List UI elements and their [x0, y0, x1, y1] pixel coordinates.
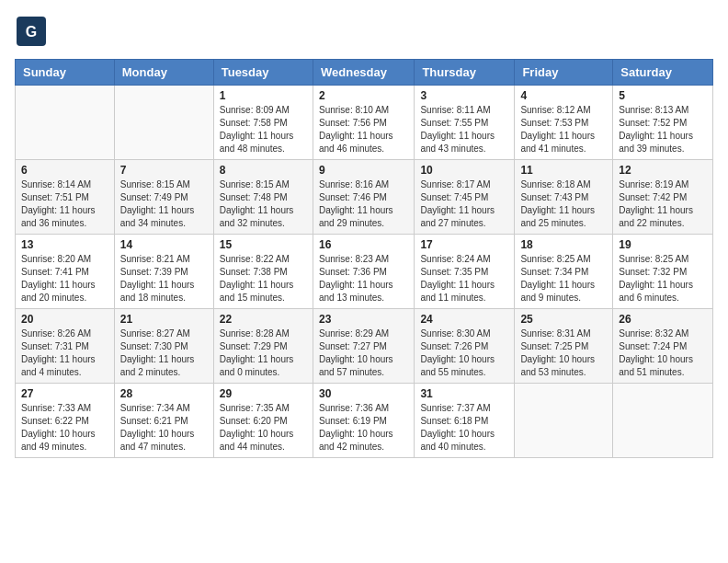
calendar-cell: 10Sunrise: 8:17 AMSunset: 7:45 PMDayligh… [415, 160, 515, 235]
calendar-cell: 20Sunrise: 8:26 AMSunset: 7:31 PMDayligh… [16, 309, 115, 384]
calendar-cell: 25Sunrise: 8:31 AMSunset: 7:25 PMDayligh… [515, 309, 613, 384]
calendar-cell: 30Sunrise: 7:36 AMSunset: 6:19 PMDayligh… [313, 384, 414, 458]
cell-info: Sunrise: 8:28 AMSunset: 7:29 PMDaylight:… [220, 327, 307, 379]
weekday-header-sunday: Sunday [16, 60, 115, 86]
calendar-cell: 5Sunrise: 8:13 AMSunset: 7:52 PMDaylight… [613, 86, 713, 160]
cell-info: Sunrise: 8:25 AMSunset: 7:32 PMDaylight:… [619, 253, 707, 304]
calendar-cell: 3Sunrise: 8:11 AMSunset: 7:55 PMDaylight… [415, 86, 515, 160]
day-number: 15 [220, 238, 307, 251]
day-number: 9 [319, 164, 408, 177]
day-number: 23 [319, 313, 408, 326]
day-number: 11 [520, 164, 607, 177]
cell-info: Sunrise: 8:21 AMSunset: 7:39 PMDaylight:… [120, 253, 208, 304]
day-number: 20 [21, 313, 108, 326]
weekday-header-friday: Friday [515, 60, 613, 86]
cell-info: Sunrise: 8:19 AMSunset: 7:42 PMDaylight:… [619, 178, 707, 230]
calendar-cell: 2Sunrise: 8:10 AMSunset: 7:56 PMDaylight… [313, 86, 414, 160]
cell-info: Sunrise: 7:35 AMSunset: 6:20 PMDaylight:… [220, 402, 307, 454]
day-number: 6 [21, 164, 108, 177]
cell-info: Sunrise: 7:36 AMSunset: 6:19 PMDaylight:… [319, 402, 408, 454]
cell-info: Sunrise: 8:30 AMSunset: 7:26 PMDaylight:… [420, 327, 508, 379]
cell-info: Sunrise: 8:09 AMSunset: 7:58 PMDaylight:… [220, 104, 307, 155]
cell-info: Sunrise: 8:23 AMSunset: 7:36 PMDaylight:… [319, 253, 408, 304]
day-number: 29 [220, 387, 307, 400]
day-number: 30 [319, 387, 408, 400]
day-number: 1 [220, 89, 307, 102]
day-number: 27 [21, 387, 108, 400]
calendar-cell: 21Sunrise: 8:27 AMSunset: 7:30 PMDayligh… [114, 309, 213, 384]
calendar-cell: 22Sunrise: 8:28 AMSunset: 7:29 PMDayligh… [213, 309, 313, 384]
cell-info: Sunrise: 7:34 AMSunset: 6:21 PMDaylight:… [120, 402, 208, 454]
day-number: 3 [420, 89, 508, 102]
logo: G [15, 15, 50, 48]
calendar-cell: 19Sunrise: 8:25 AMSunset: 7:32 PMDayligh… [613, 235, 713, 309]
calendar-cell: 15Sunrise: 8:22 AMSunset: 7:38 PMDayligh… [213, 235, 313, 309]
calendar-cell: 28Sunrise: 7:34 AMSunset: 6:21 PMDayligh… [114, 384, 213, 458]
day-number: 17 [420, 238, 508, 251]
day-number: 25 [520, 313, 607, 326]
calendar-cell: 11Sunrise: 8:18 AMSunset: 7:43 PMDayligh… [515, 160, 613, 235]
cell-info: Sunrise: 8:10 AMSunset: 7:56 PMDaylight:… [319, 104, 408, 155]
svg-text:G: G [26, 24, 37, 40]
day-number: 12 [619, 164, 707, 177]
calendar-cell: 7Sunrise: 8:15 AMSunset: 7:49 PMDaylight… [114, 160, 213, 235]
day-number: 21 [120, 313, 208, 326]
day-number: 18 [520, 238, 607, 251]
calendar-cell [114, 86, 213, 160]
cell-info: Sunrise: 7:33 AMSunset: 6:22 PMDaylight:… [21, 402, 108, 454]
calendar-cell: 29Sunrise: 7:35 AMSunset: 6:20 PMDayligh… [213, 384, 313, 458]
calendar-header: SundayMondayTuesdayWednesdayThursdayFrid… [16, 60, 713, 86]
day-number: 8 [220, 164, 307, 177]
weekday-header-wednesday: Wednesday [313, 60, 414, 86]
calendar-week-4: 20Sunrise: 8:26 AMSunset: 7:31 PMDayligh… [16, 309, 713, 384]
calendar-cell: 8Sunrise: 8:15 AMSunset: 7:48 PMDaylight… [213, 160, 313, 235]
day-number: 24 [420, 313, 508, 326]
calendar-cell: 13Sunrise: 8:20 AMSunset: 7:41 PMDayligh… [16, 235, 115, 309]
cell-info: Sunrise: 8:13 AMSunset: 7:52 PMDaylight:… [619, 104, 707, 155]
weekday-header-saturday: Saturday [613, 60, 713, 86]
calendar-week-3: 13Sunrise: 8:20 AMSunset: 7:41 PMDayligh… [16, 235, 713, 309]
calendar-cell [613, 384, 713, 458]
day-number: 14 [120, 238, 208, 251]
cell-info: Sunrise: 8:26 AMSunset: 7:31 PMDaylight:… [21, 327, 108, 379]
day-number: 4 [520, 89, 607, 102]
day-number: 2 [319, 89, 408, 102]
calendar-cell: 14Sunrise: 8:21 AMSunset: 7:39 PMDayligh… [114, 235, 213, 309]
cell-info: Sunrise: 8:27 AMSunset: 7:30 PMDaylight:… [120, 327, 208, 379]
cell-info: Sunrise: 8:16 AMSunset: 7:46 PMDaylight:… [319, 178, 408, 230]
weekday-header-thursday: Thursday [415, 60, 515, 86]
day-number: 16 [319, 238, 408, 251]
calendar-cell: 31Sunrise: 7:37 AMSunset: 6:18 PMDayligh… [415, 384, 515, 458]
cell-info: Sunrise: 8:12 AMSunset: 7:53 PMDaylight:… [520, 104, 607, 155]
calendar-week-2: 6Sunrise: 8:14 AMSunset: 7:51 PMDaylight… [16, 160, 713, 235]
day-number: 7 [120, 164, 208, 177]
calendar-cell: 27Sunrise: 7:33 AMSunset: 6:22 PMDayligh… [16, 384, 115, 458]
cell-info: Sunrise: 8:32 AMSunset: 7:24 PMDaylight:… [619, 327, 707, 379]
calendar-table: SundayMondayTuesdayWednesdayThursdayFrid… [15, 59, 713, 458]
day-number: 5 [619, 89, 707, 102]
calendar-cell [16, 86, 115, 160]
cell-info: Sunrise: 8:17 AMSunset: 7:45 PMDaylight:… [420, 178, 508, 230]
cell-info: Sunrise: 8:22 AMSunset: 7:38 PMDaylight:… [220, 253, 307, 304]
calendar-cell: 4Sunrise: 8:12 AMSunset: 7:53 PMDaylight… [515, 86, 613, 160]
calendar-cell: 9Sunrise: 8:16 AMSunset: 7:46 PMDaylight… [313, 160, 414, 235]
calendar-cell: 24Sunrise: 8:30 AMSunset: 7:26 PMDayligh… [415, 309, 515, 384]
calendar-cell: 1Sunrise: 8:09 AMSunset: 7:58 PMDaylight… [213, 86, 313, 160]
day-number: 26 [619, 313, 707, 326]
cell-info: Sunrise: 7:37 AMSunset: 6:18 PMDaylight:… [420, 402, 508, 454]
cell-info: Sunrise: 8:20 AMSunset: 7:41 PMDaylight:… [21, 253, 108, 304]
calendar-cell: 17Sunrise: 8:24 AMSunset: 7:35 PMDayligh… [415, 235, 515, 309]
weekday-header-tuesday: Tuesday [213, 60, 313, 86]
calendar-cell: 6Sunrise: 8:14 AMSunset: 7:51 PMDaylight… [16, 160, 115, 235]
cell-info: Sunrise: 8:11 AMSunset: 7:55 PMDaylight:… [420, 104, 508, 155]
calendar-week-1: 1Sunrise: 8:09 AMSunset: 7:58 PMDaylight… [16, 86, 713, 160]
day-number: 31 [420, 387, 508, 400]
calendar-cell: 12Sunrise: 8:19 AMSunset: 7:42 PMDayligh… [613, 160, 713, 235]
cell-info: Sunrise: 8:15 AMSunset: 7:49 PMDaylight:… [120, 178, 208, 230]
cell-info: Sunrise: 8:18 AMSunset: 7:43 PMDaylight:… [520, 178, 607, 230]
cell-info: Sunrise: 8:24 AMSunset: 7:35 PMDaylight:… [420, 253, 508, 304]
cell-info: Sunrise: 8:25 AMSunset: 7:34 PMDaylight:… [520, 253, 607, 304]
calendar-cell [515, 384, 613, 458]
day-number: 28 [120, 387, 208, 400]
calendar-week-5: 27Sunrise: 7:33 AMSunset: 6:22 PMDayligh… [16, 384, 713, 458]
